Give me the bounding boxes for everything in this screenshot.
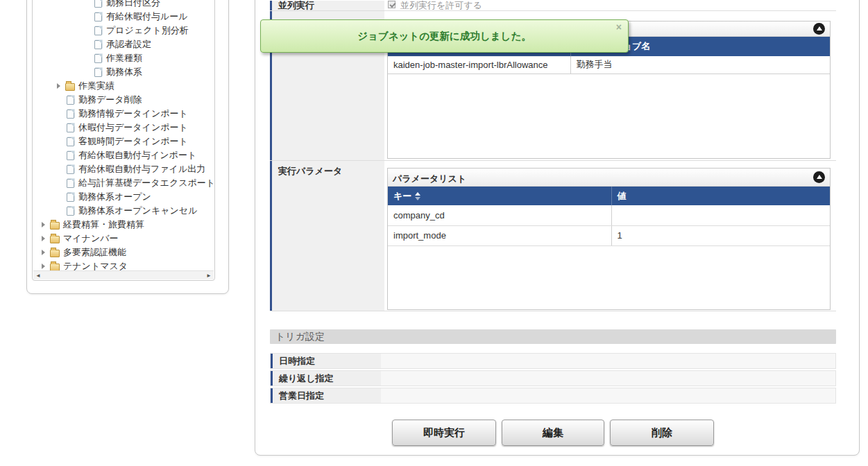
- tree-item[interactable]: 給与計算基礎データエクスポート: [33, 176, 214, 190]
- tree-item-label: 勤務体系オープンキャンセル: [78, 205, 197, 217]
- jobnet-detail-card: 並列実行 並列実行を許可する ジョブ名: [255, 0, 860, 456]
- tree-list: 勤務日付区分 有給休暇付与ルール プロジェクト別分析 承認者設定 作業種類 勤務…: [33, 0, 214, 273]
- tree-item-label: プロジェクト別分析: [106, 24, 189, 37]
- tree-item-label: 多要素認証機能: [63, 246, 126, 259]
- tree-item[interactable]: プロジェクト別分析: [33, 24, 214, 37]
- action-buttons: 即時実行 編集 削除: [270, 420, 836, 446]
- document-icon: [67, 137, 74, 146]
- edit-button[interactable]: 編集: [502, 420, 604, 446]
- tree-item[interactable]: 有給休暇自動付与インポート: [33, 148, 214, 162]
- parallel-exec-checkbox[interactable]: [388, 1, 395, 8]
- parallel-exec-checkbox-label: 並列実行を許可する: [400, 1, 482, 10]
- delete-button[interactable]: 削除: [610, 420, 714, 446]
- close-icon[interactable]: ×: [616, 22, 622, 32]
- trigger-section-header: トリガ設定: [270, 329, 836, 344]
- folder-icon: [50, 236, 60, 243]
- document-icon: [67, 193, 74, 202]
- param-table-header-value: 値: [611, 187, 830, 205]
- tree-item-label: 勤務データ削除: [78, 94, 142, 106]
- tree-item[interactable]: 勤務データ削除: [33, 93, 214, 107]
- tree-item-label: 勤務日付区分: [106, 0, 160, 9]
- param-table: キー 値 company_cd import_mode 1: [388, 187, 830, 246]
- tree-card: 勤務日付区分 有給休暇付与ルール プロジェクト別分析 承認者設定 作業種類 勤務…: [26, 0, 229, 294]
- collapse-up-icon: [817, 175, 822, 179]
- tree-item-label: 給与計算基礎データエクスポート: [78, 177, 215, 189]
- tree-item-label: 作業実績: [78, 80, 114, 92]
- folder-icon: [50, 222, 60, 230]
- tree-item-label: 客観時間データインポート: [78, 135, 188, 148]
- document-icon: [67, 165, 74, 174]
- document-icon: [67, 110, 74, 119]
- trigger-row-repeat: 繰り返し指定: [270, 370, 836, 386]
- navigation-tree: 勤務日付区分 有給休暇付与ルール プロジェクト別分析 承認者設定 作業種類 勤務…: [32, 0, 215, 281]
- tree-item[interactable]: 作業種類: [33, 51, 214, 65]
- expander-icon[interactable]: [40, 262, 49, 270]
- tree-item[interactable]: 客観時間データインポート: [33, 135, 214, 148]
- scroll-left-icon[interactable]: ◄: [35, 273, 41, 279]
- parallel-exec-row: 並列実行 並列実行を許可する: [270, 1, 836, 11]
- job-table-row: kaiden-job-master-import-lbrAllowance 勤務…: [388, 56, 830, 74]
- toast-message: ジョブネットの更新に成功しました。: [357, 30, 531, 43]
- tree-item-folder[interactable]: 作業実績: [33, 79, 214, 93]
- expander-icon[interactable]: [56, 82, 64, 90]
- param-list-panel-header: パラメータリスト: [388, 169, 830, 187]
- tree-item-label: 有給休暇自動付与インポート: [78, 149, 196, 162]
- tree-item[interactable]: 承認者設定: [33, 37, 214, 51]
- expander-icon[interactable]: [40, 234, 49, 243]
- folder-icon: [65, 83, 75, 91]
- tree-item[interactable]: 勤務日付区分: [33, 0, 214, 10]
- folder-icon: [50, 250, 60, 257]
- document-icon: [94, 0, 102, 8]
- trigger-row-datetime: 日時指定: [270, 353, 836, 369]
- collapse-button[interactable]: [813, 23, 825, 35]
- trigger-row-businessday: 営業日指定: [270, 388, 836, 404]
- document-icon: [67, 179, 74, 188]
- tree-item-folder[interactable]: マイナンバー: [33, 232, 214, 245]
- param-table-header-key[interactable]: キー: [388, 187, 611, 205]
- param-key-cell: company_cd: [388, 205, 611, 225]
- tree-item[interactable]: 有給休暇自動付与ファイル出力: [33, 162, 214, 176]
- document-icon: [94, 54, 102, 63]
- tree-item-label: 勤務体系オープン: [78, 191, 151, 203]
- success-toast: ジョブネットの更新に成功しました。 ×: [260, 19, 629, 53]
- exec-params-label: 実行パラメータ: [270, 161, 384, 311]
- tree-item[interactable]: 勤務体系オープン: [33, 190, 214, 204]
- tree-item[interactable]: 休暇付与データインポート: [33, 121, 214, 135]
- tree-item-label: 承認者設定: [106, 38, 151, 51]
- tree-item-folder[interactable]: 経費精算・旅費精算: [33, 218, 214, 232]
- sort-icon[interactable]: [415, 192, 420, 200]
- trigger-rows: 日時指定 繰り返し指定 営業日指定: [270, 353, 836, 404]
- tree-item[interactable]: 勤務体系オープンキャンセル: [33, 204, 214, 218]
- collapse-button[interactable]: [813, 171, 825, 183]
- jobnet-form: 並列実行 並列実行を許可する ジョブ名: [270, 1, 836, 446]
- tree-item-label: 勤務情報データインポート: [78, 107, 188, 120]
- param-key-cell: import_mode: [388, 225, 611, 245]
- scroll-right-icon[interactable]: ►: [206, 273, 212, 279]
- horizontal-scrollbar[interactable]: ◄ ►: [33, 270, 214, 279]
- job-name-cell: 勤務手当: [570, 56, 830, 74]
- expander-icon[interactable]: [40, 221, 49, 229]
- tree-item[interactable]: 勤務体系: [33, 65, 214, 79]
- param-value-cell: 1: [611, 225, 830, 245]
- param-list-panel: パラメータリスト キー 値 company_cd: [387, 168, 831, 310]
- tree-item-label: 勤務体系: [106, 66, 142, 78]
- tree-item[interactable]: 有給休暇付与ルール: [33, 10, 214, 24]
- param-list-title: パラメータリスト: [393, 173, 466, 184]
- collapse-up-icon: [817, 26, 822, 31]
- run-now-button[interactable]: 即時実行: [392, 420, 496, 446]
- document-icon: [94, 68, 102, 77]
- tree-item-label: 有給休暇自動付与ファイル出力: [78, 163, 205, 175]
- tree-item-label: 有給休暇付与ルール: [106, 10, 188, 23]
- parallel-exec-label: 並列実行: [270, 1, 384, 10]
- job-id-cell: kaiden-job-master-import-lbrAllowance: [388, 56, 570, 74]
- tree-item-folder[interactable]: 多要素認証機能: [33, 245, 214, 259]
- tree-item-label: 経費精算・旅費精算: [63, 218, 144, 231]
- document-icon: [94, 26, 102, 35]
- tree-item[interactable]: 勤務情報データインポート: [33, 107, 214, 121]
- document-icon: [67, 207, 74, 216]
- tree-item-label: 休暇付与データインポート: [78, 121, 188, 134]
- tree-item-label: 作業種類: [106, 52, 142, 64]
- expander-icon[interactable]: [40, 248, 49, 257]
- param-table-row: company_cd: [388, 205, 830, 225]
- param-value-cell: [611, 205, 830, 225]
